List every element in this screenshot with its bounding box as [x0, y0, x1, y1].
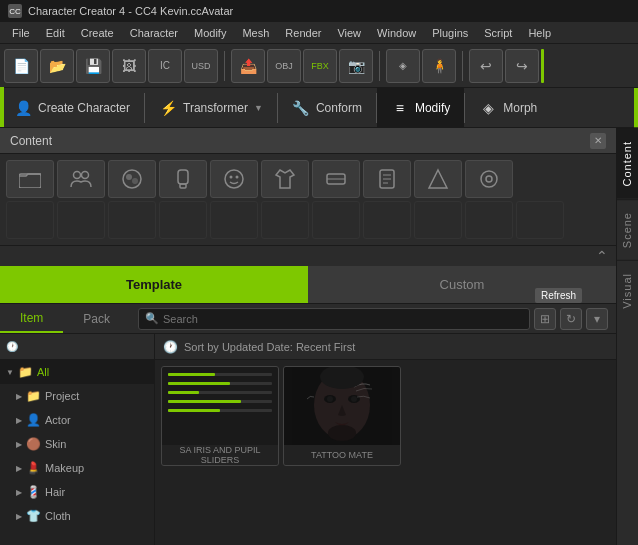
conform-btn[interactable]: 🔧 Conform	[278, 88, 376, 128]
slider-5	[168, 409, 272, 412]
menu-create[interactable]: Create	[73, 25, 122, 41]
right-green-bar	[634, 88, 638, 128]
tree-item-project[interactable]: ▶ 📁 Project	[0, 384, 154, 408]
menu-plugins[interactable]: Plugins	[424, 25, 476, 41]
sort-toggle-btn[interactable]: ▾	[586, 308, 608, 330]
search-input[interactable]	[163, 313, 523, 325]
svg-point-9	[230, 176, 233, 179]
create-character-btn[interactable]: 👤 Create Character	[0, 88, 144, 128]
sidebar-tab-visual[interactable]: Visual	[617, 260, 638, 321]
morph3d-btn[interactable]: ◈	[386, 49, 420, 83]
menu-file[interactable]: File	[4, 25, 38, 41]
grid-icon-round[interactable]	[465, 160, 513, 198]
grid-icon-r2-11[interactable]	[516, 201, 564, 239]
grid-icon-r2-1[interactable]	[6, 201, 54, 239]
filter-btn[interactable]: ⊞	[534, 308, 556, 330]
new-file-btn[interactable]: 📄	[4, 49, 38, 83]
obj-btn[interactable]: OBJ	[267, 49, 301, 83]
svg-point-3	[123, 170, 141, 188]
figure-btn[interactable]: 🧍	[422, 49, 456, 83]
menu-window[interactable]: Window	[369, 25, 424, 41]
cam-btn[interactable]: 📷	[339, 49, 373, 83]
grid-icon-cloth[interactable]	[261, 160, 309, 198]
portrait-content	[284, 367, 400, 445]
grid-icon-makeup[interactable]	[159, 160, 207, 198]
tree-item-skin[interactable]: ▶ 🟤 Skin	[0, 432, 154, 456]
item-tab-btn[interactable]: Item	[0, 304, 63, 333]
save-file-btn[interactable]: 💾	[76, 49, 110, 83]
grid-icon-materials[interactable]	[108, 160, 156, 198]
menu-script[interactable]: Script	[476, 25, 520, 41]
grid-icon-r2-2[interactable]	[57, 201, 105, 239]
transformer-icon: ⚡	[159, 99, 177, 117]
grid-icon-shape[interactable]	[414, 160, 462, 198]
thumb-iris-sliders[interactable]: SA IRIS AND PUPIL SLIDERS	[161, 366, 279, 466]
tab-template[interactable]: Template	[0, 266, 308, 303]
transformer-btn[interactable]: ⚡ Transformer ▼	[145, 88, 277, 128]
tree-item-cloth[interactable]: ▶ 👕 Cloth	[0, 504, 154, 528]
grid-icon-r2-7[interactable]	[312, 201, 360, 239]
icon-grid	[0, 154, 616, 246]
grid-icon-r2-6[interactable]	[261, 201, 309, 239]
open-file-btn[interactable]: 📂	[40, 49, 74, 83]
app-icon: CC	[8, 4, 22, 18]
slider-3	[168, 391, 272, 394]
grid-icon-r2-10[interactable]	[465, 201, 513, 239]
sidebar-tab-content[interactable]: Content	[617, 128, 638, 199]
grid-icon-r2-4[interactable]	[159, 201, 207, 239]
grid-icon-r2-5[interactable]	[210, 201, 258, 239]
sort-label: Sort by Updated Date: Recent First	[184, 341, 355, 353]
menu-modify[interactable]: Modify	[186, 25, 234, 41]
render-btn[interactable]: 🖼	[112, 49, 146, 83]
tree-cloth-icon: 👕	[26, 509, 41, 523]
menu-character[interactable]: Character	[122, 25, 186, 41]
menu-view[interactable]: View	[329, 25, 369, 41]
grid-icon-r2-3[interactable]	[108, 201, 156, 239]
tree-item-all[interactable]: ▼ 📁 All	[0, 360, 154, 384]
search-icon: 🔍	[145, 312, 159, 325]
grid-icon-face[interactable]	[210, 160, 258, 198]
grid-icon-r2-8[interactable]	[363, 201, 411, 239]
thumb-image-1	[162, 367, 278, 445]
fbx-btn[interactable]: FBX	[303, 49, 337, 83]
thumb-footer-2: TATTOO MATE	[284, 445, 400, 465]
tree-item-actor[interactable]: ▶ 👤 Actor	[0, 408, 154, 432]
grid-icon-accessory[interactable]	[312, 160, 360, 198]
menu-mesh[interactable]: Mesh	[234, 25, 277, 41]
tree-skin-icon: 🟤	[26, 437, 41, 451]
export-btn[interactable]: 📤	[231, 49, 265, 83]
grid-icon-pose[interactable]	[363, 160, 411, 198]
tree-skin-label: Skin	[45, 438, 66, 450]
menu-help[interactable]: Help	[520, 25, 559, 41]
content-close-btn[interactable]: ✕	[590, 133, 606, 149]
pack-tab-btn[interactable]: Pack	[63, 304, 130, 333]
grid-icon-folder[interactable]	[6, 160, 54, 198]
morph-btn[interactable]: ◈ Morph	[465, 88, 551, 128]
toolbar-sep-1	[224, 51, 225, 81]
tree-item-makeup[interactable]: ▶ 💄 Makeup	[0, 456, 154, 480]
redo-btn[interactable]: ↪	[505, 49, 539, 83]
content-title: Content	[10, 134, 52, 148]
usd-btn[interactable]: USD	[184, 49, 218, 83]
thumb-label-1: SA IRIS AND PUPIL SLIDERS	[162, 445, 278, 465]
modify-btn[interactable]: ≡ Modify	[377, 88, 464, 128]
main-toolbar: 👤 Create Character ⚡ Transformer ▼ 🔧 Con…	[0, 88, 638, 128]
grid-icon-actors[interactable]	[57, 160, 105, 198]
undo-btn[interactable]: ↩	[469, 49, 503, 83]
thumb-tattoo-mate[interactable]: TATTOO MATE	[283, 366, 401, 466]
transformer-label: Transformer	[183, 101, 248, 115]
svg-point-8	[225, 170, 243, 188]
menu-render[interactable]: Render	[277, 25, 329, 41]
svg-rect-6	[178, 170, 188, 184]
sidebar-tab-scene[interactable]: Scene	[617, 199, 638, 260]
main-content: Content ✕	[0, 128, 616, 545]
menu-edit[interactable]: Edit	[38, 25, 73, 41]
search-input-wrap: 🔍	[138, 308, 530, 330]
refresh-btn[interactable]: ↻	[560, 308, 582, 330]
ic-btn[interactable]: IC	[148, 49, 182, 83]
search-area: 🔍 ⊞ Refresh ↻ ▾	[130, 308, 616, 330]
grid-icon-r2-9[interactable]	[414, 201, 462, 239]
collapse-btn[interactable]: ⌃	[596, 248, 608, 264]
tree-item-hair[interactable]: ▶ 💈 Hair	[0, 480, 154, 504]
slider-track-1	[168, 373, 272, 376]
